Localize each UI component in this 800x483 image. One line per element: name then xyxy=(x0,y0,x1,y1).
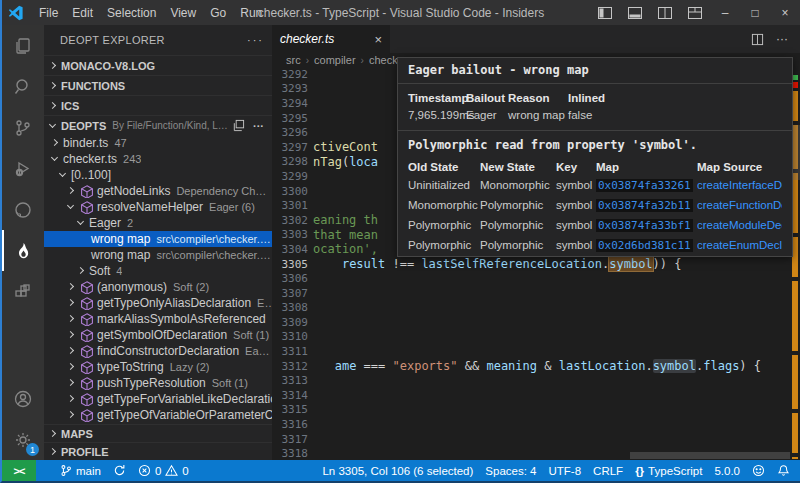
section-more-icon[interactable]: ··· xyxy=(253,120,264,132)
map-address-link[interactable]: 0x03874fa33bf1 xyxy=(596,219,693,232)
warning-icon xyxy=(165,464,178,477)
sync-button[interactable] xyxy=(107,460,132,481)
maximize-button[interactable]: □ xyxy=(740,0,770,25)
code-text: that mean xyxy=(313,228,378,242)
code-line[interactable]: 3315 xyxy=(272,403,800,418)
notifications-button[interactable] xyxy=(771,460,800,481)
chevron-right-icon xyxy=(66,346,76,356)
code-line[interactable]: 3311 xyxy=(272,344,800,359)
map-address-link[interactable]: 0x02d6bd381c11 xyxy=(596,239,693,252)
tree-item-pushTypeResolution[interactable]: pushTypeResolution Soft (1) xyxy=(44,375,272,391)
tree-item-eager-group[interactable]: Eager 2 xyxy=(44,215,272,231)
tree-item-binder-ts[interactable]: binder.ts 47 xyxy=(44,135,272,151)
code-line[interactable]: 3314 xyxy=(272,388,800,403)
customize-layout-icon[interactable] xyxy=(680,0,710,25)
code-line[interactable]: 3307 xyxy=(272,286,800,301)
toggle-sidebar-icon[interactable] xyxy=(590,0,620,25)
code-line[interactable]: 3308 xyxy=(272,301,800,316)
encoding[interactable]: UTF-8 xyxy=(543,460,588,481)
cursor-position[interactable]: Ln 3305, Col 106 (6 selected) xyxy=(316,460,479,481)
tree-item-getTypeForVariableLikeDeclaration[interactable]: getTypeForVariableLikeDeclaration... xyxy=(44,391,272,407)
tab-close-icon[interactable]: × xyxy=(374,32,382,47)
code-line[interactable]: 3317 xyxy=(272,432,800,447)
map-source-link[interactable]: createEnumDeclaration xyxy=(697,239,782,251)
indentation[interactable]: Spaces: 4 xyxy=(479,460,542,481)
map-source-link[interactable]: createInterfaceDeclaration xyxy=(697,179,782,191)
tree-item-checker-ts[interactable]: checker.ts 243 xyxy=(44,151,272,167)
tree-item-typeToString[interactable]: typeToString Lazy (2) xyxy=(44,359,272,375)
tree-item-soft-group[interactable]: Soft 4 xyxy=(44,263,272,279)
extensions-icon[interactable] xyxy=(2,271,44,312)
code-line[interactable]: 3309 xyxy=(272,315,800,330)
explorer-icon[interactable] xyxy=(2,25,44,66)
menu-edit[interactable]: Edit xyxy=(65,0,100,25)
toggle-panel-icon[interactable] xyxy=(620,0,650,25)
tree-item-getTypeOnlyAliasDeclaration[interactable]: getTypeOnlyAliasDeclaration Eager (1) xyxy=(44,295,272,311)
section-functions[interactable]: FUNCTIONS xyxy=(44,75,272,95)
tree-item-markAliasSymbolAsReferenced[interactable]: markAliasSymbolAsReferenced Eage... xyxy=(44,311,272,327)
problems-indicator[interactable]: 0 0 xyxy=(132,460,195,481)
line-number: 3294 xyxy=(272,97,308,110)
deopts-tree: binder.ts 47 checker.ts 243 [0..100] get… xyxy=(44,135,272,424)
toggle-secondary-sidebar-icon[interactable] xyxy=(650,0,680,25)
branch-indicator[interactable]: main xyxy=(54,460,107,481)
section-profile[interactable]: PROFILE xyxy=(44,442,272,460)
tree-item-wrong-map[interactable]: wrong map src\compiler\checker.ts:348... xyxy=(44,247,272,263)
settings-gear-icon[interactable]: 1 xyxy=(2,419,44,460)
code-line[interactable]: 3305 result !== lastSelfReferenceLocatio… xyxy=(272,257,800,272)
code-line[interactable]: 3313 xyxy=(272,373,800,388)
map-source-link[interactable]: createModuleDeclaration xyxy=(697,219,782,231)
code-line[interactable]: 3312 ame === "exports" && meaning & last… xyxy=(272,359,800,374)
sidebar-more-icon[interactable]: ··· xyxy=(247,34,264,46)
eol-sequence[interactable]: CRLF xyxy=(587,460,629,481)
breadcrumb-compiler[interactable]: compiler xyxy=(314,54,356,66)
map-address-link[interactable]: 0x03874fa33261 xyxy=(596,179,693,192)
ts-version[interactable]: 5.0.0 xyxy=(708,460,746,481)
remote-indicator[interactable]: >< xyxy=(2,460,36,481)
chevron-right-icon xyxy=(48,429,58,439)
section-maps[interactable]: MAPS xyxy=(44,424,272,442)
tree-item-range-0-100[interactable]: [0..100] xyxy=(44,167,272,183)
section-deopts[interactable]: DEOPTS By File/Function/Kind, Location ·… xyxy=(44,115,272,135)
chevron-right-icon xyxy=(66,186,76,196)
source-control-icon[interactable] xyxy=(2,107,44,148)
tree-item-getNodeLinks[interactable]: getNodeLinks Dependency Change (1) xyxy=(44,183,272,199)
tree-item-findConstructorDeclaration[interactable]: findConstructorDeclaration Eager (1) xyxy=(44,343,272,359)
tree-item-wrong-map-selected[interactable]: wrong map src\compiler\checker.ts:330... xyxy=(44,231,272,247)
minimize-button[interactable]: – xyxy=(710,0,740,25)
tree-item-anonymous[interactable]: (anonymous) Soft (2) xyxy=(44,279,272,295)
github-icon[interactable] xyxy=(2,189,44,230)
breadcrumb-src[interactable]: src xyxy=(286,54,301,66)
horizontal-scrollbar[interactable] xyxy=(630,452,790,459)
section-ics[interactable]: ICS xyxy=(44,95,272,115)
code-line[interactable]: 3316 xyxy=(272,417,800,432)
code-line[interactable]: 3306 xyxy=(272,271,800,286)
search-icon[interactable] xyxy=(2,66,44,107)
split-editor-icon[interactable] xyxy=(751,33,764,46)
run-debug-icon[interactable] xyxy=(2,148,44,189)
inlined-value: false xyxy=(568,109,782,121)
line-number: 3317 xyxy=(272,433,308,446)
menu-selection[interactable]: Selection xyxy=(100,0,163,25)
section-monaco-v8-log[interactable]: MONACO-V8.LOG xyxy=(44,55,272,75)
collapse-all-icon[interactable] xyxy=(232,119,245,132)
tree-item-getTypeOfVariableOrParameterOrPr[interactable]: getTypeOfVariableOrParameterOrPr... xyxy=(44,407,272,423)
feedback-button[interactable] xyxy=(746,460,771,481)
editor-more-icon[interactable]: ··· xyxy=(776,32,788,46)
close-button[interactable]: × xyxy=(770,0,800,25)
menu-file[interactable]: File xyxy=(32,0,65,25)
language-mode[interactable]: {} TypeScript xyxy=(629,460,708,481)
tree-item-resolveNameHelper[interactable]: resolveNameHelper Eager (6) xyxy=(44,199,272,215)
chevron-right-icon xyxy=(48,81,58,91)
deopt-explorer-flame-icon[interactable] xyxy=(2,230,44,271)
menu-go[interactable]: Go xyxy=(203,0,233,25)
chevron-right-icon xyxy=(50,138,60,148)
tree-item-getSymbolOfDeclaration[interactable]: getSymbolOfDeclaration Soft (1) xyxy=(44,327,272,343)
tab-checker-ts[interactable]: checker.ts × xyxy=(272,25,390,53)
account-icon[interactable] xyxy=(2,378,44,419)
line-number: 3307 xyxy=(272,287,308,300)
menu-view[interactable]: View xyxy=(163,0,203,25)
code-line[interactable]: 3310 xyxy=(272,330,800,345)
map-source-link[interactable]: createFunctionDeclaration xyxy=(697,199,782,211)
map-address-link[interactable]: 0x03874fa32b11 xyxy=(596,199,693,212)
